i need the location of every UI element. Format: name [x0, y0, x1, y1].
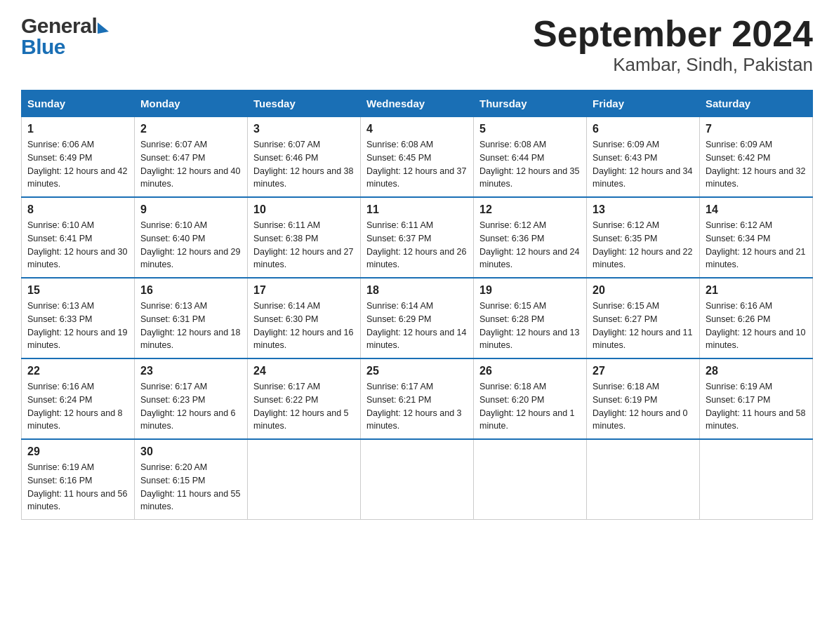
day-cell: 3Sunrise: 6:07 AMSunset: 6:46 PMDaylight… [248, 117, 361, 198]
day-info: Sunrise: 6:12 AMSunset: 6:34 PMDaylight:… [706, 219, 807, 271]
day-info: Sunrise: 6:13 AMSunset: 6:33 PMDaylight:… [27, 300, 128, 352]
day-number: 20 [593, 284, 694, 297]
day-cell: 27Sunrise: 6:18 AMSunset: 6:19 PMDayligh… [587, 358, 700, 439]
day-info: Sunrise: 6:14 AMSunset: 6:30 PMDaylight:… [253, 300, 355, 352]
day-info: Sunrise: 6:19 AMSunset: 6:16 PMDaylight:… [27, 461, 128, 514]
day-cell [700, 439, 813, 520]
day-cell: 23Sunrise: 6:17 AMSunset: 6:23 PMDayligh… [135, 358, 248, 439]
col-header-monday: Monday [135, 90, 248, 117]
day-cell: 22Sunrise: 6:16 AMSunset: 6:24 PMDayligh… [22, 358, 135, 439]
day-number: 7 [706, 123, 807, 135]
day-cell: 1Sunrise: 6:06 AMSunset: 6:49 PMDaylight… [22, 117, 135, 198]
day-cell: 8Sunrise: 6:10 AMSunset: 6:41 PMDaylight… [22, 197, 135, 278]
day-cell: 25Sunrise: 6:17 AMSunset: 6:21 PMDayligh… [361, 358, 474, 439]
day-info: Sunrise: 6:10 AMSunset: 6:40 PMDaylight:… [140, 219, 241, 271]
day-cell: 13Sunrise: 6:12 AMSunset: 6:35 PMDayligh… [587, 197, 700, 278]
day-info: Sunrise: 6:09 AMSunset: 6:43 PMDaylight:… [593, 138, 694, 191]
day-cell: 26Sunrise: 6:18 AMSunset: 6:20 PMDayligh… [474, 358, 587, 439]
logo-general: General [21, 14, 97, 38]
day-number: 26 [479, 365, 581, 377]
day-info: Sunrise: 6:16 AMSunset: 6:26 PMDaylight:… [706, 300, 807, 352]
day-info: Sunrise: 6:17 AMSunset: 6:22 PMDaylight:… [253, 380, 355, 433]
day-number: 16 [140, 284, 241, 297]
day-number: 18 [366, 284, 468, 297]
day-cell: 16Sunrise: 6:13 AMSunset: 6:31 PMDayligh… [135, 278, 248, 358]
week-row-3: 15Sunrise: 6:13 AMSunset: 6:33 PMDayligh… [22, 278, 813, 358]
day-info: Sunrise: 6:18 AMSunset: 6:19 PMDaylight:… [593, 380, 694, 433]
day-info: Sunrise: 6:19 AMSunset: 6:17 PMDaylight:… [706, 380, 807, 433]
day-info: Sunrise: 6:07 AMSunset: 6:46 PMDaylight:… [253, 138, 355, 191]
day-number: 28 [706, 365, 807, 377]
col-header-sunday: Sunday [22, 90, 135, 117]
day-info: Sunrise: 6:07 AMSunset: 6:47 PMDaylight:… [140, 138, 241, 191]
day-cell [474, 439, 587, 520]
day-number: 1 [27, 123, 128, 135]
day-cell: 14Sunrise: 6:12 AMSunset: 6:34 PMDayligh… [700, 197, 813, 278]
logo: General Blue [21, 14, 109, 59]
day-info: Sunrise: 6:08 AMSunset: 6:44 PMDaylight:… [479, 138, 581, 191]
day-number: 27 [593, 365, 694, 377]
day-cell: 18Sunrise: 6:14 AMSunset: 6:29 PMDayligh… [361, 278, 474, 358]
day-cell [248, 439, 361, 520]
day-number: 12 [479, 203, 581, 216]
day-number: 23 [140, 365, 241, 377]
day-info: Sunrise: 6:08 AMSunset: 6:45 PMDaylight:… [366, 138, 468, 191]
day-number: 17 [253, 284, 355, 297]
day-info: Sunrise: 6:11 AMSunset: 6:38 PMDaylight:… [253, 219, 355, 271]
day-number: 6 [593, 123, 694, 135]
day-cell: 5Sunrise: 6:08 AMSunset: 6:44 PMDaylight… [474, 117, 587, 198]
day-cell: 29Sunrise: 6:19 AMSunset: 6:16 PMDayligh… [22, 439, 135, 520]
day-cell: 19Sunrise: 6:15 AMSunset: 6:28 PMDayligh… [474, 278, 587, 358]
day-number: 25 [366, 365, 468, 377]
day-info: Sunrise: 6:12 AMSunset: 6:36 PMDaylight:… [479, 219, 581, 271]
col-header-thursday: Thursday [474, 90, 587, 117]
day-number: 8 [27, 203, 128, 216]
day-cell: 20Sunrise: 6:15 AMSunset: 6:27 PMDayligh… [587, 278, 700, 358]
day-number: 15 [27, 284, 128, 297]
day-number: 9 [140, 203, 241, 216]
col-header-tuesday: Tuesday [248, 90, 361, 117]
day-cell: 30Sunrise: 6:20 AMSunset: 6:15 PMDayligh… [135, 439, 248, 520]
calendar-title: September 2024 [533, 14, 813, 54]
day-cell: 2Sunrise: 6:07 AMSunset: 6:47 PMDaylight… [135, 117, 248, 198]
day-number: 11 [366, 203, 468, 216]
day-number: 4 [366, 123, 468, 135]
logo-arrow-icon [98, 22, 109, 34]
day-cell: 17Sunrise: 6:14 AMSunset: 6:30 PMDayligh… [248, 278, 361, 358]
day-number: 13 [593, 203, 694, 216]
day-cell: 9Sunrise: 6:10 AMSunset: 6:40 PMDaylight… [135, 197, 248, 278]
day-cell [361, 439, 474, 520]
day-info: Sunrise: 6:11 AMSunset: 6:37 PMDaylight:… [366, 219, 468, 271]
day-info: Sunrise: 6:09 AMSunset: 6:42 PMDaylight:… [706, 138, 807, 191]
week-row-4: 22Sunrise: 6:16 AMSunset: 6:24 PMDayligh… [22, 358, 813, 439]
day-info: Sunrise: 6:13 AMSunset: 6:31 PMDaylight:… [140, 300, 241, 352]
calendar-header-row: SundayMondayTuesdayWednesdayThursdayFrid… [22, 90, 813, 117]
day-info: Sunrise: 6:15 AMSunset: 6:28 PMDaylight:… [479, 300, 581, 352]
week-row-2: 8Sunrise: 6:10 AMSunset: 6:41 PMDaylight… [22, 197, 813, 278]
day-info: Sunrise: 6:10 AMSunset: 6:41 PMDaylight:… [27, 219, 128, 271]
day-cell: 21Sunrise: 6:16 AMSunset: 6:26 PMDayligh… [700, 278, 813, 358]
day-info: Sunrise: 6:16 AMSunset: 6:24 PMDaylight:… [27, 380, 128, 433]
day-cell: 10Sunrise: 6:11 AMSunset: 6:38 PMDayligh… [248, 197, 361, 278]
day-cell [587, 439, 700, 520]
day-cell: 11Sunrise: 6:11 AMSunset: 6:37 PMDayligh… [361, 197, 474, 278]
day-info: Sunrise: 6:14 AMSunset: 6:29 PMDaylight:… [366, 300, 468, 352]
day-number: 24 [253, 365, 355, 377]
day-number: 14 [706, 203, 807, 216]
calendar-title-block: September 2024 Kambar, Sindh, Pakistan [533, 14, 813, 76]
col-header-wednesday: Wednesday [361, 90, 474, 117]
day-number: 5 [479, 123, 581, 135]
day-cell: 6Sunrise: 6:09 AMSunset: 6:43 PMDaylight… [587, 117, 700, 198]
page-header: General Blue September 2024 Kambar, Sind… [21, 14, 813, 76]
logo-blue: Blue [21, 35, 65, 59]
col-header-friday: Friday [587, 90, 700, 117]
day-number: 10 [253, 203, 355, 216]
day-number: 21 [706, 284, 807, 297]
day-number: 3 [253, 123, 355, 135]
calendar-subtitle: Kambar, Sindh, Pakistan [533, 54, 813, 76]
calendar-table: SundayMondayTuesdayWednesdayThursdayFrid… [21, 90, 813, 520]
day-info: Sunrise: 6:17 AMSunset: 6:23 PMDaylight:… [140, 380, 241, 433]
week-row-5: 29Sunrise: 6:19 AMSunset: 6:16 PMDayligh… [22, 439, 813, 520]
day-number: 22 [27, 365, 128, 377]
day-cell: 28Sunrise: 6:19 AMSunset: 6:17 PMDayligh… [700, 358, 813, 439]
